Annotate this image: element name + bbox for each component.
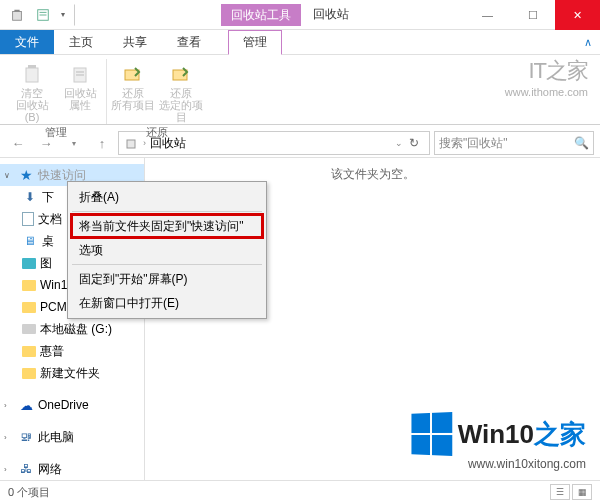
view-switcher: ☰ ▦ [550, 484, 592, 500]
cm-options[interactable]: 选项 [71, 238, 263, 262]
properties-label: 回收站 属性 [64, 87, 97, 111]
folder-icon [22, 346, 36, 357]
tree-label: 本地磁盘 (G:) [40, 321, 112, 338]
recycle-bin-properties-button[interactable]: 回收站 属性 [58, 61, 102, 123]
qat-dropdown-icon[interactable]: ▾ [58, 10, 68, 19]
empty-bin-label: 清空 回收站(B) [10, 87, 54, 123]
restore-all-label: 还原 所有项目 [111, 87, 155, 111]
watermark-ithome: IT之家 www.ithome.com [505, 56, 588, 98]
tree-label: 惠普 [40, 343, 64, 360]
path-dropdown-icon[interactable]: ⌄ [395, 138, 403, 148]
tab-home[interactable]: 主页 [54, 30, 108, 54]
restore-all-button[interactable]: 还原 所有项目 [111, 61, 155, 123]
tree-label: 网络 [38, 461, 62, 478]
wm-win10-text: Win10 [458, 419, 534, 449]
svg-rect-12 [127, 140, 135, 148]
window-title: 回收站 [313, 0, 349, 29]
empty-recycle-bin-button[interactable]: 清空 回收站(B) [10, 61, 54, 123]
properties-icon [64, 61, 96, 85]
path-recycle-bin-icon [123, 135, 139, 151]
tree-label: 桌 [42, 233, 54, 250]
window-controls: — ☐ ✕ [465, 0, 600, 29]
qat-properties-icon[interactable] [32, 4, 54, 26]
folder-icon [22, 280, 36, 291]
group-restore-label: 还原 [146, 125, 168, 140]
qat-separator [74, 4, 96, 26]
group-manage-label: 管理 [45, 125, 67, 140]
svg-rect-5 [26, 68, 38, 82]
tree-item-drive[interactable]: 本地磁盘 (G:) [0, 318, 144, 340]
ribbon-group-manage: 清空 回收站(B) 回收站 属性 管理 [6, 59, 107, 124]
cm-collapse[interactable]: 折叠(A) [71, 185, 263, 209]
tab-file[interactable]: 文件 [0, 30, 54, 54]
tree-item-folder[interactable]: 惠普 [0, 340, 144, 362]
tree-this-pc[interactable]: ›🖳此电脑 [0, 426, 144, 448]
tab-share[interactable]: 共享 [108, 30, 162, 54]
svg-rect-6 [28, 65, 36, 68]
cm-separator [72, 211, 262, 212]
svg-rect-1 [14, 9, 19, 11]
svg-rect-0 [13, 11, 22, 20]
download-icon: ⬇ [22, 189, 38, 205]
cm-pin-to-start[interactable]: 固定到"开始"屏幕(P) [71, 267, 263, 291]
chevron-down-icon[interactable]: ∨ [4, 171, 14, 180]
cm-pin-to-quick-access[interactable]: 将当前文件夹固定到"快速访问" [71, 214, 263, 238]
qat-recycle-bin-icon[interactable] [6, 4, 28, 26]
up-button[interactable]: ↑ [90, 131, 114, 155]
document-icon [22, 212, 34, 226]
pictures-icon [22, 258, 36, 269]
ribbon-tabs: 文件 主页 共享 查看 管理 ∧ [0, 30, 600, 55]
wm-win10-url: www.win10xitong.com [410, 457, 586, 471]
pc-icon: 🖳 [18, 429, 34, 445]
tree-label: OneDrive [38, 398, 89, 412]
empty-bin-icon [16, 61, 48, 85]
star-icon: ★ [18, 167, 34, 183]
titlebar: ▾ 回收站工具 回收站 — ☐ ✕ [0, 0, 600, 30]
wm-it-url: www.ithome.com [505, 86, 588, 98]
context-menu: 折叠(A) 将当前文件夹固定到"快速访问" 选项 固定到"开始"屏幕(P) 在新… [67, 181, 267, 319]
tree-label: 新建文件夹 [40, 365, 100, 382]
wm-it-brand: IT [528, 58, 546, 83]
context-tab-label: 回收站工具 [221, 4, 301, 26]
chevron-right-icon[interactable]: › [4, 401, 14, 410]
tree-item-folder[interactable]: 新建文件夹 [0, 362, 144, 384]
tab-view[interactable]: 查看 [162, 30, 216, 54]
watermark-win10: Win10之家 www.win10xitong.com [410, 413, 586, 471]
folder-icon [22, 368, 36, 379]
ribbon-collapse-icon[interactable]: ∧ [575, 30, 600, 54]
maximize-button[interactable]: ☐ [510, 0, 555, 30]
details-view-button[interactable]: ☰ [550, 484, 570, 500]
refresh-button[interactable]: ↻ [403, 136, 425, 150]
folder-icon [22, 302, 36, 313]
tree-network[interactable]: ›🖧网络 [0, 458, 144, 480]
restore-selected-button[interactable]: 还原 选定的项目 [159, 61, 203, 123]
back-button[interactable]: ← [6, 131, 30, 155]
icons-view-button[interactable]: ▦ [572, 484, 592, 500]
tab-manage[interactable]: 管理 [228, 30, 282, 55]
search-icon[interactable]: 🔍 [574, 136, 589, 150]
search-placeholder: 搜索"回收站" [439, 135, 508, 152]
minimize-button[interactable]: — [465, 0, 510, 30]
cm-separator [72, 264, 262, 265]
restore-selected-label: 还原 选定的项目 [159, 87, 203, 123]
quick-access-toolbar: ▾ [0, 0, 96, 29]
wm-it-suffix: 之家 [546, 58, 588, 83]
context-tab-group: 回收站工具 [221, 0, 301, 29]
chevron-right-icon[interactable]: › [4, 433, 14, 442]
chevron-right-icon[interactable]: › [4, 465, 14, 474]
drive-icon [22, 324, 36, 334]
tree-label: 文档 [38, 211, 62, 228]
search-input[interactable]: 搜索"回收站" 🔍 [434, 131, 594, 155]
windows-logo-icon [411, 412, 452, 456]
cloud-icon: ☁ [18, 397, 34, 413]
tree-label: 此电脑 [38, 429, 74, 446]
tree-label: 下 [42, 189, 54, 206]
status-item-count: 0 个项目 [8, 485, 50, 500]
close-button[interactable]: ✕ [555, 0, 600, 30]
desktop-icon: 🖥 [22, 233, 38, 249]
addressbar: ← → ▾ ↑ › 回收站 ⌄ ↻ 搜索"回收站" 🔍 [0, 129, 600, 157]
cm-open-new-window[interactable]: 在新窗口中打开(E) [71, 291, 263, 315]
statusbar: 0 个项目 ☰ ▦ [0, 480, 600, 501]
network-icon: 🖧 [18, 461, 34, 477]
tree-onedrive[interactable]: ›☁OneDrive [0, 394, 144, 416]
